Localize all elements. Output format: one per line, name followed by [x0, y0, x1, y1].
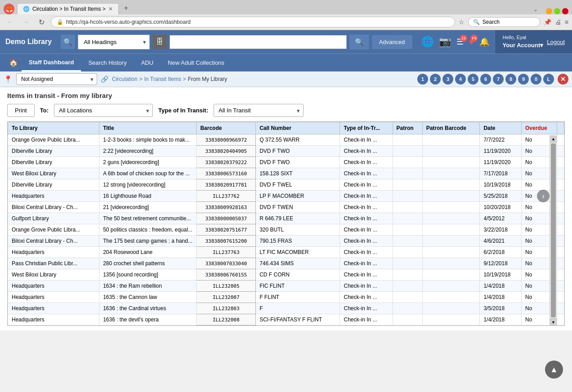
table-row[interactable]: Orange Grove Public Libra...1-2-3 books …	[8, 134, 564, 146]
cell-5-7: 5/25/2018	[480, 191, 522, 202]
table-row[interactable]: Headquarters204 Rosewood LaneILL237763LT…	[8, 247, 564, 258]
nav-staff-dashboard[interactable]: Staff Dashboard	[22, 54, 81, 71]
col-to-library[interactable]: To Library	[8, 122, 99, 134]
cell-0-5	[393, 134, 422, 146]
page-num-7[interactable]: 7	[493, 74, 504, 85]
cell-4-7: 10/19/2018	[480, 179, 522, 191]
close-window-button[interactable]	[562, 8, 568, 14]
table-row[interactable]: West Biloxi Library1356 [sound recording…	[8, 269, 564, 281]
page-num-L[interactable]: L	[543, 74, 554, 85]
transit-type-select[interactable]: All In Transit	[214, 104, 304, 117]
cell-6-4: Check-in In ...	[340, 202, 393, 213]
search-logo-btn[interactable]: 🔍	[61, 35, 75, 49]
page-num-1[interactable]: 1	[417, 74, 428, 85]
db-icon-btn[interactable]: 🗄	[152, 35, 167, 49]
globe-icon-wrap[interactable]: 🌐	[421, 36, 433, 48]
search-submit-btn[interactable]: 🔍	[349, 35, 369, 49]
forward-button[interactable]: →	[20, 17, 32, 27]
cell-1-3: DVD F TWO	[256, 146, 340, 157]
menu-icon[interactable]: ≡	[565, 18, 568, 26]
maximize-button[interactable]	[554, 8, 560, 14]
pocket-icon[interactable]: 📌	[544, 18, 551, 26]
table-row[interactable]: Biloxi Central Library - Ch...The 175 be…	[8, 236, 564, 247]
table-row[interactable]: DIberville Library12 strong [videorecord…	[8, 179, 564, 191]
browser-tab-active[interactable]: 🌐 Circulation > In Transit Items > ✕	[17, 3, 119, 14]
table-row[interactable]: Pass Christian Public Libr...280 crochet…	[8, 258, 564, 269]
table-row[interactable]: Biloxi Central Library - Ch...21 [videor…	[8, 202, 564, 213]
cell-11-5	[393, 258, 422, 269]
nav-adu[interactable]: ADU	[134, 55, 161, 71]
page-num-6[interactable]: 6	[480, 74, 491, 85]
print-button[interactable]: Print	[7, 104, 35, 117]
cell-11-7: 9/12/2018	[480, 258, 522, 269]
table-scrollbar[interactable]: ▲ ▼	[550, 135, 557, 325]
browser-search-bar[interactable]: 🔍 Search	[468, 17, 540, 27]
page-num-9[interactable]: 9	[518, 74, 529, 85]
breadcrumb-from-my-library: From My Library	[188, 76, 227, 82]
col-call-number[interactable]: Call Number	[256, 122, 340, 134]
page-num-5[interactable]: 5	[468, 74, 478, 85]
camera-icon-wrap[interactable]: 📷	[439, 36, 451, 48]
page-num-0[interactable]: 0	[531, 74, 541, 85]
cell-9-7: 4/6/2021	[480, 236, 522, 247]
address-bar[interactable]: 🔒 https://qa-hcols-verso.auto-graphics.c…	[51, 17, 455, 27]
scroll-up-btn[interactable]: ▲	[550, 135, 557, 143]
table-row[interactable]: Headquarters1634 : the Ram rebellionILL2…	[8, 281, 564, 292]
your-account-btn[interactable]: Your Account▾	[502, 41, 543, 49]
tab-close-icon[interactable]: ✕	[108, 6, 113, 12]
table-row[interactable]: Headquarters16 Lighthouse RoadILL237762L…	[8, 191, 564, 202]
minimize-button[interactable]	[546, 8, 552, 14]
table-row[interactable]: Orange Grove Public Libra...50 politics …	[8, 224, 564, 236]
nav-home-icon[interactable]: 🏠	[5, 54, 22, 71]
scroll-down-btn[interactable]: ▼	[550, 318, 557, 325]
saved-lists-icon-wrap[interactable]: ☰ 19	[456, 37, 464, 47]
cell-14-5	[393, 292, 422, 303]
page-num-8[interactable]: 8	[505, 74, 516, 85]
filter-row: Print To: All Locations Type of In Trans…	[7, 104, 565, 117]
table-row[interactable]: DIberville Library2:22 [videorecording]3…	[8, 146, 564, 157]
cell-0-3: Q 372.55 WARR	[256, 134, 340, 146]
back-button[interactable]: ←	[4, 17, 16, 27]
breadcrumb-circulation[interactable]: Circulation	[112, 76, 138, 82]
bookmark-icon[interactable]: ☆	[459, 18, 465, 26]
nav-new-adult[interactable]: New Adult Collections	[161, 55, 232, 71]
to-location-select[interactable]: All Locations	[54, 104, 153, 117]
print-icon[interactable]: 🖨	[555, 18, 561, 26]
table-row[interactable]: Headquarters1636 : the devil's operaILL2…	[8, 314, 564, 325]
col-date[interactable]: Date	[480, 122, 522, 134]
nav-search-history[interactable]: Search History	[81, 55, 134, 71]
page-num-4[interactable]: 4	[455, 74, 466, 85]
col-patron[interactable]: Patron	[393, 122, 422, 134]
new-tab-button[interactable]: +	[120, 2, 133, 14]
heading-select[interactable]: All Headings	[78, 35, 150, 49]
close-banner-button[interactable]: ✕	[558, 74, 568, 85]
browser-search-icon: 🔍	[473, 19, 480, 25]
breadcrumb-in-transit[interactable]: In Transit Items	[144, 76, 181, 82]
breadcrumb: Circulation > In Transit Items > From My…	[112, 76, 227, 82]
table-row[interactable]: West Biloxi LibraryA 6th bowl of chicken…	[8, 168, 564, 179]
col-transit-type[interactable]: Type of In-Tr...	[340, 122, 393, 134]
scroll-right-arrow[interactable]: ›	[537, 190, 550, 202]
table-row[interactable]: Gulfport LibraryThe 50 best retirement c…	[8, 213, 564, 224]
table-row[interactable]: Headquarters1636 : the Cardinal virtuesI…	[8, 303, 564, 314]
col-title[interactable]: Title	[99, 122, 197, 134]
bell-icon-wrap[interactable]: 🔔	[479, 37, 489, 47]
to-select-wrap: All Locations	[54, 104, 153, 117]
location-select[interactable]: Not Assigned All Locations	[16, 73, 97, 85]
main-search-input[interactable]	[170, 35, 347, 49]
table-row[interactable]: DIberville Library2 guns [videorecording…	[8, 157, 564, 168]
col-overdue[interactable]: Overdue	[522, 122, 557, 134]
cell-7-5	[393, 213, 422, 224]
reload-button[interactable]: ↻	[36, 17, 47, 27]
page-num-2[interactable]: 2	[430, 74, 441, 85]
heart-icon-wrap[interactable]: ♥ F9	[469, 37, 474, 47]
page-num-3[interactable]: 3	[442, 74, 453, 85]
table-row[interactable]: Headquarters1635 : the Cannon lawILL2320…	[8, 292, 564, 303]
logout-button[interactable]: Logout	[547, 39, 565, 45]
col-patron-barcode[interactable]: Patron Barcode	[422, 122, 480, 134]
tab-overflow-button[interactable]: ⌄	[530, 4, 541, 14]
cell-15-4: Check-in In ...	[340, 303, 393, 314]
col-barcode[interactable]: Barcode	[197, 122, 256, 134]
advanced-search-btn[interactable]: Advanced	[372, 35, 412, 49]
cell-11-6	[422, 258, 480, 269]
